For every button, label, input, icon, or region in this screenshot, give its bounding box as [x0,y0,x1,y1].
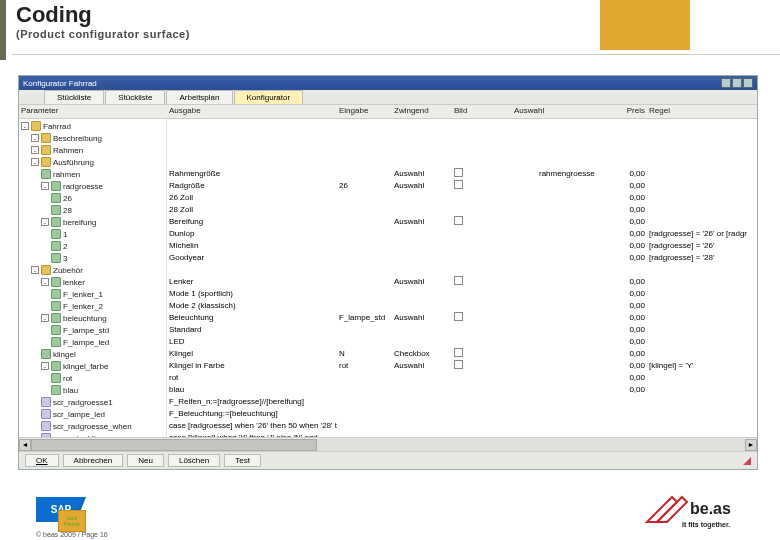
grid-row[interactable]: 26 Zoll0,00 [167,191,757,203]
grid-row[interactable]: Michelin0,00[radgroesse] = '26' [167,239,757,251]
grid-row[interactable]: Standard0,00 [167,323,757,335]
cell-preis: 0,00 [607,181,647,190]
grid-row[interactable]: Dunlop0,00[radgroesse] = '26' or [radgro… [167,227,757,239]
scroll-left-icon[interactable]: ◄ [19,439,31,451]
tree-node[interactable]: rahmen [19,168,166,180]
tree-node[interactable]: -Fahrrad [19,120,166,132]
tree-node[interactable]: 2 [19,240,166,252]
checkbox[interactable] [454,168,463,177]
grid-row[interactable] [167,131,757,143]
cell-zwingend: Auswahl [392,217,452,226]
scroll-right-icon[interactable]: ► [745,439,757,451]
tree-node[interactable]: 1 [19,228,166,240]
tree-node[interactable]: klingel [19,348,166,360]
tree-node[interactable]: -Rahmen [19,144,166,156]
grid-row[interactable]: BeleuchtungF_lampe_stdAuswahl0,00 [167,311,757,323]
tree-toggle-icon[interactable]: - [21,122,29,130]
grid-row[interactable]: LenkerAuswahl0,00 [167,275,757,287]
grid-row[interactable]: F_Beleuchtung:=[beleuchtung] [167,407,757,419]
tab-0[interactable]: Stückliste [44,90,104,104]
tab-1[interactable]: Stückliste [105,90,165,104]
minimize-icon[interactable] [721,78,731,88]
grid-row[interactable] [167,143,757,155]
grid-row[interactable]: rot0,00 [167,371,757,383]
cell-ausgabe: Klingel in Farbe [167,361,337,370]
tree-toggle-icon[interactable]: - [31,134,39,142]
cell-preis: 0,00 [607,313,647,322]
scroll-track[interactable] [31,439,745,451]
grid-row[interactable]: Radgröße26Auswahl0,00 [167,179,757,191]
grid-row[interactable]: blau0,00 [167,383,757,395]
tree-toggle-icon[interactable]: - [41,218,49,226]
tree-toggle-icon[interactable]: - [31,146,39,154]
close-icon[interactable] [743,78,753,88]
tree-toggle-icon[interactable]: - [41,278,49,286]
tree-toggle-icon[interactable]: - [41,362,49,370]
grid-row[interactable]: Mode 2 (klassisch)0,00 [167,299,757,311]
tree-toggle-icon[interactable]: - [41,182,49,190]
tree-node[interactable]: 26 [19,192,166,204]
grid-row[interactable] [167,263,757,275]
grid-row[interactable] [167,119,757,131]
tree-node[interactable]: scr_set_aktiv [19,432,166,437]
tree-toggle-icon[interactable]: - [41,314,49,322]
grid-row[interactable]: Klingel in FarberotAuswahl0,00[klingel] … [167,359,757,371]
tree-node[interactable]: F_lenker_1 [19,288,166,300]
checkbox[interactable] [454,216,463,225]
scroll-thumb[interactable] [31,439,317,451]
checkbox[interactable] [454,312,463,321]
hscrollbar[interactable]: ◄ ► [19,437,757,451]
tree-node[interactable]: -Ausführung [19,156,166,168]
tree-node[interactable]: blau [19,384,166,396]
tree-toggle-icon[interactable]: - [31,158,39,166]
grid-row[interactable]: BereifungAuswahl0,00 [167,215,757,227]
tree-panel[interactable]: -Fahrrad-Beschreibung-Rahmen-Ausführungr… [19,119,167,437]
grid-row[interactable]: Goodyear0,00[radgroesse] = '28' [167,251,757,263]
grid-row[interactable]: case [radgroesse] when '26' then 50 when… [167,419,757,431]
test-button[interactable]: Test [224,454,261,467]
tree-node[interactable]: -radgroesse [19,180,166,192]
cell-auswahl: rahmengroesse [537,169,607,178]
tab-3[interactable]: Konfigurator [234,90,304,104]
checkbox[interactable] [454,360,463,369]
grid-row[interactable] [167,155,757,167]
tree-node[interactable]: -bereifung [19,216,166,228]
tree-node[interactable]: scr_radgroesse1 [19,396,166,408]
grid-row[interactable]: RahmengrößeAuswahlrahmengroesse0,00 [167,167,757,179]
tree-node[interactable]: -lenker [19,276,166,288]
tree-label: Rahmen [53,146,83,155]
grid-row[interactable]: KlingelNCheckbox0,00 [167,347,757,359]
tree-node[interactable]: rot [19,372,166,384]
tree-node[interactable]: scr_radgroesse_when [19,420,166,432]
grid-row[interactable]: LED0,00 [167,335,757,347]
tab-2[interactable]: Arbeitsplan [166,90,232,104]
tree-node[interactable]: -Beschreibung [19,132,166,144]
grid-panel[interactable]: RahmengrößeAuswahlrahmengroesse0,00Radgr… [167,119,757,437]
grid-row[interactable]: 28 Zoll0,00 [167,203,757,215]
tree-node[interactable]: F_lampe_std [19,324,166,336]
tree-node[interactable]: 28 [19,204,166,216]
resize-handle-icon[interactable] [743,457,751,465]
tree-toggle-icon[interactable]: - [31,266,39,274]
checkbox[interactable] [454,276,463,285]
checkbox[interactable] [454,180,463,189]
delete-button[interactable]: Löschen [168,454,220,467]
tree-node[interactable]: -klingel_farbe [19,360,166,372]
grid-row[interactable]: F_Reifen_n:=[radgroesse]//[bereifung] [167,395,757,407]
tree-node[interactable]: -beleuchtung [19,312,166,324]
tree-node[interactable]: F_lampe_led [19,336,166,348]
window-titlebar[interactable]: Konfigurator Fahrrad [19,76,757,90]
abort-button[interactable]: Abbrechen [63,454,124,467]
new-button[interactable]: Neu [127,454,164,467]
svg-text:be.as: be.as [690,500,731,517]
tree-node[interactable]: F_lenker_2 [19,300,166,312]
tree-node[interactable]: scr_lampe_led [19,408,166,420]
checkbox[interactable] [454,348,463,357]
maximize-icon[interactable] [732,78,742,88]
tree-node[interactable]: 3 [19,252,166,264]
svg-marker-1 [657,497,687,522]
tree-node[interactable]: -Zubehör [19,264,166,276]
grid-row[interactable]: Mode 1 (sportlich)0,00 [167,287,757,299]
grid-row[interactable]: case [klingel] when 'Y' then 'J' else 'N… [167,431,757,437]
ok-button[interactable]: OK [25,454,59,467]
